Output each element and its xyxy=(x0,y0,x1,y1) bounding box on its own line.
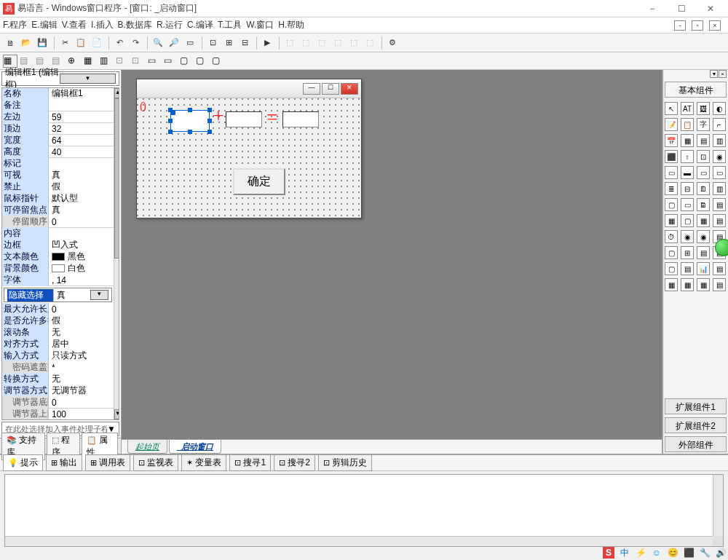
mdi-min-button[interactable]: - xyxy=(674,20,686,31)
step5-icon[interactable]: ⬚ xyxy=(347,36,361,50)
component-7[interactable]: ⌐ xyxy=(713,118,726,131)
component-11[interactable]: ▥ xyxy=(713,134,726,147)
property-value[interactable]: 0 xyxy=(49,398,114,408)
component-28[interactable]: ▦ xyxy=(665,214,678,227)
bookmark-icon[interactable]: ▭ xyxy=(183,36,197,50)
save-icon[interactable]: 💾 xyxy=(35,36,50,50)
component-26[interactable]: 🗎 xyxy=(697,198,710,211)
tray-lang-icon[interactable]: 中 xyxy=(619,547,630,559)
component-21[interactable]: ⊟ xyxy=(681,182,694,195)
undo-icon[interactable]: ↶ xyxy=(112,36,127,50)
property-value[interactable]: 0 xyxy=(49,217,114,227)
property-value[interactable]: 100 xyxy=(49,409,114,419)
run-icon[interactable]: ▶ xyxy=(260,36,274,50)
component-23[interactable]: ▥ xyxy=(713,182,726,195)
property-value[interactable]: 黑色 xyxy=(49,251,114,263)
vscroll[interactable] xyxy=(713,475,723,536)
tray-power-icon[interactable]: ⚡ xyxy=(635,547,646,559)
scroll-up-icon[interactable]: ▲ xyxy=(114,88,119,98)
tray-ime-icon[interactable]: S xyxy=(603,547,614,559)
component-37[interactable]: ⊞ xyxy=(681,246,694,259)
component-47[interactable]: ▤ xyxy=(713,278,726,291)
property-row[interactable]: 字体, 14 xyxy=(2,275,114,286)
step2-icon[interactable]: ⬚ xyxy=(298,36,313,50)
property-value[interactable]: 64 xyxy=(49,135,114,146)
cfg-icon[interactable]: ⚙ xyxy=(385,36,400,50)
step4-icon[interactable]: ⬚ xyxy=(331,36,345,50)
tray-tool-icon[interactable]: 🔧 xyxy=(699,547,711,559)
resize-grip[interactable] xyxy=(713,536,723,546)
misc-icon[interactable]: ▢ xyxy=(211,55,226,68)
property-value[interactable]: 32 xyxy=(49,124,114,134)
open-icon[interactable]: 📂 xyxy=(19,36,33,50)
property-row[interactable]: 密码遮盖字符* xyxy=(2,362,114,374)
tray-smile-icon[interactable]: 😊 xyxy=(667,547,678,559)
menu-edit[interactable]: E.编辑 xyxy=(31,19,57,31)
component-14[interactable]: ⊡ xyxy=(697,150,710,163)
win3-icon[interactable]: ⊟ xyxy=(237,36,252,50)
menu-help[interactable]: H.帮助 xyxy=(278,19,304,31)
property-row[interactable]: 背景颜色白色 xyxy=(2,263,114,275)
property-value[interactable]: 无调节器 xyxy=(49,384,114,397)
find2-icon[interactable]: 🔎 xyxy=(167,36,181,50)
design-canvas[interactable]: — ☐ ✕ 0 + = 确定 起始页 _ xyxy=(122,70,662,454)
tab-external[interactable]: 外部组件 xyxy=(665,436,727,452)
ok-button[interactable]: 确定 xyxy=(233,168,285,195)
property-row[interactable]: 文本颜色黑色 xyxy=(2,251,114,263)
tray-face-icon[interactable]: ☺ xyxy=(651,547,662,559)
tab-watch[interactable]: ⊡ 监视表 xyxy=(133,454,178,471)
property-row[interactable]: 备注 xyxy=(2,100,114,111)
hscroll[interactable] xyxy=(5,536,713,546)
component-4[interactable]: 📝 xyxy=(665,118,678,131)
component-6[interactable]: 字 xyxy=(697,118,710,131)
scrollbar[interactable]: ▲ ▼ xyxy=(114,88,119,419)
property-value[interactable]: * xyxy=(49,363,114,373)
component-38[interactable]: ▤ xyxy=(697,246,710,259)
property-row[interactable]: 调节器底限值0 xyxy=(2,397,114,409)
form-designer[interactable]: — ☐ ✕ 0 + = 确定 xyxy=(136,79,362,218)
property-row[interactable]: 隐藏选择真▼ xyxy=(4,288,112,302)
property-value[interactable]: 居中 xyxy=(49,338,114,350)
component-13[interactable]: ↕ xyxy=(681,150,694,163)
menu-view[interactable]: V.查看 xyxy=(62,19,87,31)
property-value[interactable]: 真 xyxy=(49,204,114,216)
property-row[interactable]: 左边59 xyxy=(2,111,114,123)
property-row[interactable]: 对齐方式居中 xyxy=(2,339,114,350)
object-selector[interactable]: 编辑框1 (编辑框) ▼ xyxy=(1,71,119,86)
tab-cliphistory[interactable]: ⊡ 剪辑历史 xyxy=(318,454,372,471)
property-value[interactable]: 40 xyxy=(49,147,114,157)
form-min-button[interactable]: — xyxy=(303,83,320,95)
component-2[interactable]: 🖼 xyxy=(697,102,710,115)
paste-icon[interactable]: 📄 xyxy=(90,36,104,50)
tab-hint[interactable]: 💡 提示 xyxy=(3,454,43,471)
tab-start-window[interactable]: _启动窗口 xyxy=(169,440,221,454)
menu-compile[interactable]: C.编译 xyxy=(187,19,213,31)
component-30[interactable]: ▦ xyxy=(697,214,710,227)
form-close-button[interactable]: ✕ xyxy=(341,83,358,95)
editbox-3[interactable] xyxy=(282,111,319,127)
property-value[interactable]: 只读方式 xyxy=(49,350,114,362)
component-36[interactable]: ▢ xyxy=(665,246,678,259)
panel-close-icon[interactable]: × xyxy=(719,70,727,78)
property-value[interactable]: 无 xyxy=(49,326,114,339)
menu-run[interactable]: R.运行 xyxy=(157,19,183,31)
lock-icon[interactable]: ▢ xyxy=(179,55,194,68)
property-value[interactable]: 真 xyxy=(49,169,114,181)
component-34[interactable]: ◉ xyxy=(697,230,710,243)
property-value[interactable]: 默认型 xyxy=(49,192,114,205)
property-row[interactable]: 调节器方式无调节器 xyxy=(2,385,114,397)
component-40[interactable]: ▢ xyxy=(665,262,678,275)
menu-program[interactable]: F.程序 xyxy=(3,19,27,31)
component-22[interactable]: 🗓 xyxy=(697,182,710,195)
editbox-1[interactable] xyxy=(170,110,210,132)
component-43[interactable]: ▤ xyxy=(713,262,726,275)
menu-insert[interactable]: I.插入 xyxy=(91,19,114,31)
editbox-2[interactable] xyxy=(226,111,262,127)
assistant-badge-icon[interactable] xyxy=(715,239,728,256)
menu-tools[interactable]: T.工具 xyxy=(218,19,242,31)
component-31[interactable]: ▤ xyxy=(713,214,726,227)
property-value[interactable]: 无 xyxy=(49,373,114,385)
component-41[interactable]: ▤ xyxy=(681,262,694,275)
property-row[interactable]: 输入方式只读方式 xyxy=(2,350,114,362)
property-value[interactable]: 白色 xyxy=(49,262,114,275)
